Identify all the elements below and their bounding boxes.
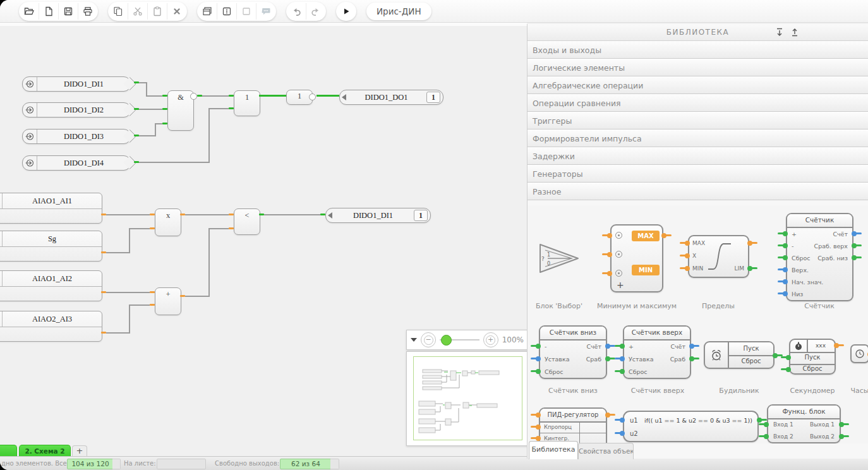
function-block-preview[interactable]: Функц. блок Вход 1 Выход 1 Вход 2 Выход … bbox=[767, 404, 841, 443]
wire-segment bbox=[155, 123, 162, 124]
undo-button[interactable] bbox=[287, 3, 306, 20]
category-misc[interactable]: Разное bbox=[527, 183, 868, 200]
port bbox=[531, 426, 539, 428]
comment-button[interactable] bbox=[256, 3, 275, 20]
save-button[interactable] bbox=[59, 3, 78, 20]
minimap[interactable] bbox=[406, 351, 529, 446]
analog-input-block[interactable]: Sg bbox=[0, 231, 102, 262]
new-file-button[interactable] bbox=[39, 3, 59, 20]
wire-segment bbox=[146, 82, 147, 97]
counter-up-block-preview[interactable]: Счётчик вверх + Уставка Сброс Счёт Сраб bbox=[623, 325, 691, 379]
category-comparison-operations[interactable]: Операции сравнения bbox=[527, 94, 868, 112]
category-logic-elements[interactable]: Логические элементы bbox=[527, 59, 868, 76]
port bbox=[853, 256, 862, 258]
alarm-block-preview[interactable]: Пуск Сброс bbox=[704, 341, 775, 369]
input-label: Вход 1 bbox=[773, 421, 793, 428]
add-block[interactable]: + bbox=[155, 287, 181, 315]
redo-button[interactable] bbox=[306, 3, 325, 20]
digital-input-block[interactable]: DIDO1_DI3 bbox=[22, 129, 131, 144]
pid-block-preview[interactable]: ПИД-регулятор Кпропорц Кинтегр. bbox=[539, 407, 607, 443]
digital-input-block[interactable]: DIDO1_DI1 bbox=[22, 76, 131, 92]
frame-button[interactable] bbox=[217, 3, 237, 20]
window-button[interactable] bbox=[198, 3, 217, 20]
zoom-control: − + 100% bbox=[406, 330, 528, 350]
less-than-block[interactable]: < bbox=[234, 208, 260, 235]
collapse-all-icon[interactable] bbox=[775, 27, 785, 37]
category-algebraic-operations[interactable]: Алгебраические операции bbox=[527, 76, 868, 94]
cut-button[interactable] bbox=[128, 3, 148, 20]
clock-block-preview[interactable] bbox=[850, 344, 868, 363]
port bbox=[101, 291, 106, 293]
diagram-canvas[interactable]: DIDO1_DI1 DIDO1_DI2 DIDO1_DI3 DIDO1_DI4 … bbox=[0, 23, 527, 456]
blank-shape-button[interactable] bbox=[237, 3, 256, 20]
digital-input-block[interactable]: DIDO1_DI2 bbox=[22, 102, 131, 118]
zoom-slider[interactable] bbox=[440, 339, 479, 340]
file-toolbar-group bbox=[19, 2, 98, 21]
block-caption: Счётчик bbox=[775, 302, 864, 310]
wire-segment bbox=[135, 162, 210, 163]
category-generators[interactable]: Генераторы bbox=[527, 165, 868, 183]
port bbox=[134, 161, 139, 163]
tab-object-properties[interactable]: Свойства объек bbox=[578, 443, 634, 459]
add-scheme-button[interactable]: + bbox=[72, 445, 87, 457]
counter-block-preview[interactable]: Счётчик + - Сброс Верх. Нач. знач. Низ С… bbox=[786, 213, 853, 301]
category-triggers[interactable]: Триггеры bbox=[527, 112, 868, 130]
zoom-in-button[interactable]: + bbox=[483, 332, 498, 347]
category-delays[interactable]: Задержки bbox=[527, 147, 868, 165]
selector-block-preview[interactable]: ? 1 0 bbox=[539, 243, 579, 274]
category-label: Операции сравнения bbox=[533, 99, 621, 108]
counter-down-block-preview[interactable]: Счётчик вниз - Уставка Сброс Счёт Сраб bbox=[539, 325, 607, 379]
digital-output-block[interactable]: DIDO1_DO1 1 bbox=[339, 90, 443, 105]
free-elements-label: дно элементов. Всего: bbox=[1, 460, 76, 467]
free-elements-value: 104 из 120 bbox=[67, 459, 114, 469]
scheme-tab-partial[interactable] bbox=[0, 445, 17, 457]
multiply-block[interactable]: x bbox=[155, 208, 181, 236]
analog-input-block[interactable]: AIAO2_AI3 bbox=[0, 311, 102, 342]
analog-input-block[interactable]: AIAO1_AI1 bbox=[0, 193, 102, 224]
port bbox=[778, 232, 786, 234]
edit-toolbar-group bbox=[108, 2, 187, 21]
port bbox=[759, 419, 767, 421]
copy-button[interactable] bbox=[109, 3, 128, 20]
paste-button[interactable] bbox=[148, 3, 167, 20]
inverter-circle bbox=[309, 93, 316, 100]
library-header: БИБЛИОТЕКА bbox=[527, 24, 868, 41]
x-input-label: X bbox=[692, 253, 696, 259]
or-block[interactable]: 1 bbox=[234, 90, 260, 116]
digital-input-block[interactable]: DIDO1_DI4 bbox=[22, 155, 131, 171]
digital-input-icon bbox=[23, 130, 37, 143]
print-button[interactable] bbox=[78, 3, 97, 20]
add-input-label: + bbox=[617, 280, 624, 290]
port bbox=[229, 214, 234, 215]
limits-block-preview[interactable]: MAX X MIN LIM bbox=[688, 235, 749, 278]
port bbox=[691, 358, 699, 359]
scheme-tab-active[interactable]: 2. Схема 2 bbox=[19, 445, 71, 457]
expression-block-preview[interactable]: u1 if(( u1 == 1 & u2 == 0 & u3 == 1)) u2 bbox=[623, 411, 759, 442]
minmax-block-preview[interactable]: + MAX MIN bbox=[610, 224, 663, 292]
output-label: Счёт bbox=[586, 343, 601, 350]
wire-segment bbox=[129, 304, 130, 334]
port bbox=[615, 432, 623, 434]
port bbox=[134, 81, 139, 83]
tab-library[interactable]: Библиотека bbox=[529, 441, 578, 459]
app-name-button[interactable]: Ирис-ДИН bbox=[366, 3, 431, 20]
open-button[interactable] bbox=[20, 3, 39, 20]
port bbox=[531, 437, 539, 439]
category-pulse-formers[interactable]: Формирователи импульса bbox=[527, 130, 868, 147]
delete-button[interactable] bbox=[167, 3, 186, 20]
block-header: Счётчик вверх bbox=[624, 327, 690, 340]
zoom-slider-knob[interactable] bbox=[441, 335, 452, 346]
category-inputs-outputs[interactable]: Входы и выходы bbox=[527, 41, 868, 59]
play-button[interactable] bbox=[337, 3, 356, 20]
expand-all-icon[interactable] bbox=[790, 27, 800, 37]
input-label: Уставка bbox=[545, 356, 570, 363]
port bbox=[691, 345, 699, 347]
digital-output-block[interactable]: DIDO1_DI1 1 bbox=[325, 208, 431, 223]
zoom-dropdown-icon[interactable] bbox=[411, 338, 417, 342]
stopwatch-block-preview[interactable]: xxx Пуск Сброс bbox=[789, 339, 836, 375]
port bbox=[229, 227, 234, 229]
analog-input-block[interactable]: AIAO1_AI2 bbox=[0, 270, 102, 301]
less-than-label: < bbox=[234, 211, 260, 220]
input-label: Низ bbox=[792, 291, 803, 298]
zoom-out-button[interactable]: − bbox=[421, 332, 436, 347]
